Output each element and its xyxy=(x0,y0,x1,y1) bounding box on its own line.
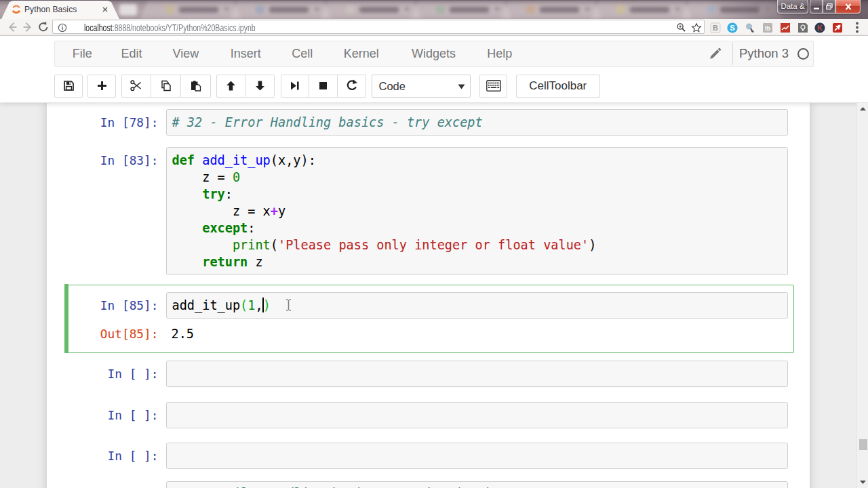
svg-text:tb: tb xyxy=(765,24,770,31)
svg-text:K: K xyxy=(817,24,823,32)
stop-button[interactable] xyxy=(309,75,338,98)
menu-edit[interactable]: Edit xyxy=(121,41,142,66)
code-input-area[interactable]: add_it_up(1,) xyxy=(166,292,788,319)
code-line xyxy=(172,407,787,424)
inactive-tab-title xyxy=(630,7,669,13)
window-minimize-button[interactable] xyxy=(810,0,823,14)
save-button[interactable] xyxy=(54,75,83,98)
kernel-separator xyxy=(732,42,733,65)
extension-k-circle-icon[interactable]: K xyxy=(814,22,825,33)
keyboard-icon xyxy=(486,80,501,92)
toolbar-group xyxy=(87,75,116,98)
extension-red-chart-icon[interactable] xyxy=(780,22,791,33)
scrollbar-thumb[interactable] xyxy=(859,439,867,450)
menu-widgets[interactable]: Widgets xyxy=(412,41,456,66)
code-cell-selected[interactable]: In [85]:add_it_up(1,)Out[85]:2.5 xyxy=(64,285,794,353)
address-bar[interactable]: localhost:8888/notebooks/YT/Python%20Bas… xyxy=(52,20,705,34)
copy-icon xyxy=(159,79,172,92)
notebook-scroll-area[interactable]: In [78]:# 32 - Error Handling basics - t… xyxy=(0,103,868,488)
cut-button[interactable] xyxy=(121,75,151,98)
restart-button[interactable] xyxy=(338,75,366,98)
toolbar-group xyxy=(281,75,366,98)
kernel-idle-indicator xyxy=(797,48,809,60)
menu-help[interactable]: Help xyxy=(487,41,512,66)
add-cell-button[interactable] xyxy=(87,75,116,98)
vertical-scrollbar[interactable] xyxy=(856,103,868,488)
tab-close-button[interactable] xyxy=(100,5,110,14)
url-text[interactable]: localhost:8888/notebooks/YT/Python%20Bas… xyxy=(84,22,256,33)
inactive-tab-close[interactable]: ✕ xyxy=(224,7,229,12)
output-prompt: Out[85]: xyxy=(65,325,166,342)
move-down-icon xyxy=(254,79,267,92)
scrollbar-down-button[interactable] xyxy=(857,476,868,488)
move-up-icon xyxy=(224,79,237,92)
inactive-tab-title xyxy=(179,7,218,13)
celltoolbar-button[interactable]: CellToolbar xyxy=(516,75,600,98)
menu-kernel[interactable]: Kernel xyxy=(344,41,379,66)
menu-cell[interactable]: Cell xyxy=(292,41,313,66)
code-input-area[interactable] xyxy=(166,361,788,387)
refresh-button[interactable] xyxy=(35,20,52,35)
extension-red-arrow-icon[interactable] xyxy=(832,22,843,33)
toolbar-group xyxy=(121,75,211,98)
input-prompt: In [78]: xyxy=(65,109,166,136)
menu-view[interactable]: View xyxy=(173,41,199,66)
browser-menu-icon[interactable] xyxy=(854,21,861,34)
kernel-name: Python 3 xyxy=(739,46,789,61)
move-down-button[interactable] xyxy=(245,75,275,98)
mouse-text-cursor xyxy=(285,299,292,311)
code-cell[interactable]: In [ ]: xyxy=(64,401,794,429)
inactive-tab-close[interactable]: ✕ xyxy=(585,7,590,12)
code-line xyxy=(172,365,787,382)
window-maximize-button[interactable] xyxy=(823,0,835,14)
code-line: print('Please pass only integer or float… xyxy=(172,237,787,253)
jupyter-favicon xyxy=(12,5,21,14)
back-button[interactable] xyxy=(4,20,20,35)
inactive-tab-close[interactable]: ✕ xyxy=(494,7,500,12)
code-input-area[interactable] xyxy=(166,402,788,428)
code-cell[interactable]: # 33 - File Handling basics - read and w… xyxy=(64,481,794,488)
menu-file[interactable]: File xyxy=(73,41,92,66)
inactive-tab-close[interactable]: ✕ xyxy=(404,7,410,12)
extension-search-pointer-icon[interactable] xyxy=(745,22,755,33)
browser-profile-button[interactable]: Data & xyxy=(777,0,808,14)
inactive-tab-favicon xyxy=(256,5,264,14)
window-close-button[interactable] xyxy=(835,0,861,14)
code-input-area[interactable]: # 33 - File Handling basics - read and w… xyxy=(166,481,788,488)
extension-buffer-icon[interactable]: B xyxy=(710,22,721,33)
code-line: add_it_up(1,) xyxy=(172,297,787,314)
paste-button[interactable] xyxy=(181,75,211,98)
inactive-tab-title xyxy=(269,7,309,13)
stop-icon xyxy=(317,79,330,92)
extension-bulb-grey-icon[interactable] xyxy=(797,22,808,33)
extension-tb-grey-icon[interactable]: tb xyxy=(762,22,773,33)
svg-text:B: B xyxy=(713,24,718,32)
code-cell[interactable]: In [78]:# 32 - Error Handling basics - t… xyxy=(64,108,794,136)
browser-tab-strip: ✕✕✕✕✕✕✕ xyxy=(0,0,868,19)
zoom-indicator-icon[interactable] xyxy=(676,22,686,33)
inactive-tab-close[interactable]: ✕ xyxy=(314,7,319,12)
command-palette-button[interactable] xyxy=(479,75,507,98)
code-cell[interactable]: In [83]:def add_it_up(x,y): z = 0 try: z… xyxy=(64,146,794,276)
run-button[interactable] xyxy=(281,75,309,98)
page-info-icon[interactable] xyxy=(58,23,67,33)
code-cell[interactable]: In [ ]: xyxy=(64,442,794,470)
copy-button[interactable] xyxy=(151,75,181,98)
code-cell[interactable]: In [ ]: xyxy=(64,360,794,388)
scrollbar-up-button[interactable] xyxy=(857,103,868,115)
bookmark-star-icon[interactable] xyxy=(691,22,702,33)
code-input-area[interactable]: def add_it_up(x,y): z = 0 try: z = x+y e… xyxy=(166,147,788,275)
extension-skype-icon[interactable]: S xyxy=(727,22,738,33)
inactive-tab-favicon xyxy=(346,5,355,14)
menu-insert[interactable]: Insert xyxy=(231,41,261,66)
code-input-area[interactable] xyxy=(166,443,788,469)
url-path: :8888/notebooks/YT/Python%20Basics.ipynb xyxy=(112,22,255,33)
add-cell-icon xyxy=(96,79,108,92)
inactive-tab-close[interactable]: ✕ xyxy=(675,7,680,12)
cell-type-dropdown[interactable]: Code xyxy=(372,75,471,98)
move-up-button[interactable] xyxy=(216,75,245,98)
code-input-area[interactable]: # 32 - Error Handling basics - try excep… xyxy=(166,109,788,136)
blurred-tab-favicon xyxy=(119,4,137,16)
save-icon xyxy=(62,79,75,92)
forward-button[interactable] xyxy=(20,20,36,35)
